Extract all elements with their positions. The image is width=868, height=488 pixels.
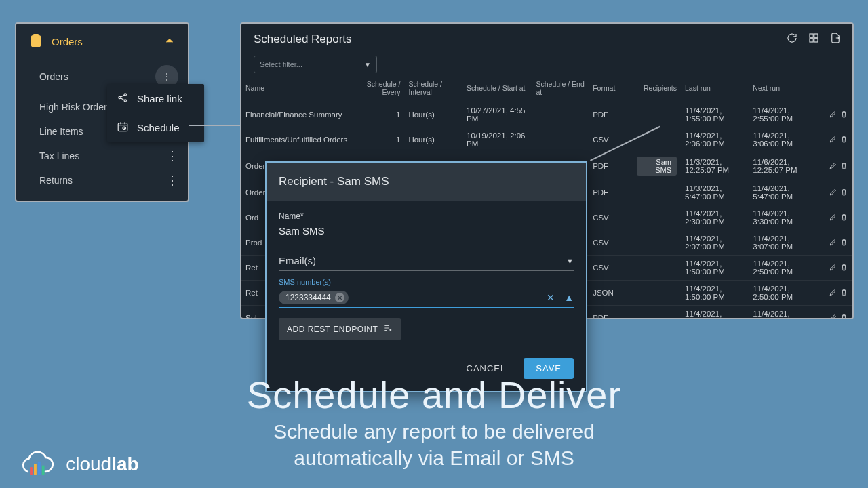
delete-icon[interactable] (840, 112, 848, 120)
cell-every: 1 (362, 127, 405, 152)
sms-input[interactable]: 1223334444 ✕ ✕ ▲ (279, 288, 574, 308)
cell-last: 11/3/2021, 5:47:00 PM (681, 180, 749, 205)
sidebar-item-label: Line Items (39, 126, 83, 137)
cell-last: 11/4/2021, 2:06:00 PM (681, 127, 749, 152)
table-header-row: Name Schedule / Every Schedule / Interva… (241, 77, 852, 102)
clipboard-icon (28, 33, 43, 50)
cell-next: 11/4/2021, 2:50:00 PM (749, 256, 816, 281)
add-list-icon (383, 323, 393, 335)
cell-format: CSV (589, 205, 633, 230)
sms-chip[interactable]: 1223334444 ✕ (279, 291, 349, 304)
cell-name: Financial/Finance Summary (241, 102, 362, 127)
cell-next: 11/4/2021, 3:35:00 PM (749, 306, 816, 320)
th-last[interactable]: Last run (681, 77, 749, 102)
th-end[interactable]: Schedule / End at (532, 77, 589, 102)
th-every[interactable]: Schedule / Every (362, 77, 405, 102)
recipient-dialog: Recipient - Sam SMS Name Sam SMS Email(s… (265, 161, 587, 392)
th-interval[interactable]: Schedule / Interval (404, 77, 462, 102)
sidebar-header[interactable]: Orders (16, 24, 188, 58)
edit-icon[interactable] (829, 290, 837, 298)
svg-rect-1 (33, 35, 38, 37)
svg-rect-11 (814, 39, 818, 42)
table-row[interactable]: Financial/Finance Summary1Hour(s)10/27/2… (241, 102, 852, 127)
delete-icon[interactable] (840, 315, 848, 320)
edit-icon[interactable] (829, 112, 837, 120)
rest-btn-label: ADD REST ENDPOINT (287, 325, 378, 334)
cell-end (532, 102, 589, 127)
more-menu-icon[interactable]: ⋮ (166, 177, 178, 184)
export-icon[interactable] (829, 32, 842, 46)
recipient-pill[interactable]: Sam SMS (637, 157, 677, 176)
edit-icon[interactable] (829, 163, 837, 171)
connector-line (189, 125, 243, 126)
delete-icon[interactable] (840, 163, 848, 171)
delete-icon[interactable] (840, 240, 848, 248)
chevron-up-icon (163, 35, 176, 49)
cell-recipients (633, 205, 681, 230)
sms-chip-value: 1223334444 (285, 293, 331, 302)
th-format[interactable]: Format (589, 77, 633, 102)
edit-icon[interactable] (829, 137, 837, 145)
table-row[interactable]: Fulfillments/Unfulfilled Orders1Hour(s)1… (241, 127, 852, 152)
brand-name: cloudlab (66, 453, 138, 475)
cell-format: PDF (589, 152, 633, 180)
cell-name: Fulfillments/Unfulfilled Orders (241, 127, 362, 152)
caption-line1: Schedule any report to be delivered (273, 420, 595, 443)
svg-point-4 (124, 94, 126, 96)
cell-last: 11/4/2021, 1:50:00 PM (681, 256, 749, 281)
svg-point-5 (124, 100, 126, 102)
delete-icon[interactable] (840, 265, 848, 273)
cell-next: 11/6/2021, 12:25:07 PM (749, 152, 816, 180)
cell-start: 10/19/2021, 2:06 PM (462, 127, 532, 152)
delete-icon[interactable] (840, 190, 848, 198)
sidebar-item-label: Returns (39, 175, 73, 186)
ctx-share-link[interactable]: Share link (107, 84, 204, 113)
sidebar-item-tax-lines[interactable]: Tax Lines ⋮ (19, 144, 188, 168)
edit-icon[interactable] (829, 190, 837, 198)
delete-icon[interactable] (840, 215, 848, 223)
svg-rect-13 (34, 464, 37, 475)
svg-rect-9 (814, 34, 818, 37)
cell-format: CSV (589, 127, 633, 152)
filter-select[interactable]: Select filter... ▼ (254, 56, 377, 73)
collapse-icon[interactable]: ▲ (564, 292, 574, 303)
caption-line2: automatically via Email or SMS (294, 447, 574, 469)
cell-recipients (633, 180, 681, 205)
add-rest-endpoint-button[interactable]: ADD REST ENDPOINT (279, 318, 401, 340)
sidebar-title: Orders (52, 36, 83, 47)
cloud-icon (16, 450, 62, 479)
edit-icon[interactable] (829, 265, 837, 273)
delete-icon[interactable] (840, 137, 848, 145)
th-name[interactable]: Name (241, 77, 362, 102)
edit-icon[interactable] (829, 215, 837, 223)
cell-start: 10/27/2021, 4:55 PM (462, 102, 532, 127)
svg-rect-12 (30, 467, 33, 475)
delete-icon[interactable] (840, 290, 848, 298)
name-input[interactable]: Sam SMS (279, 221, 574, 241)
refresh-icon[interactable] (786, 32, 798, 46)
grid-icon[interactable] (808, 32, 820, 46)
edit-icon[interactable] (829, 240, 837, 248)
filter-placeholder: Select filter... (260, 60, 302, 68)
cell-recipients (633, 306, 681, 320)
sidebar-item-label: Tax Lines (39, 150, 79, 161)
ctx-schedule[interactable]: Schedule (107, 113, 204, 142)
th-recipients[interactable]: Recipients (633, 77, 681, 102)
cell-format: PDF (589, 102, 633, 127)
cell-last: 11/3/2021, 12:25:07 PM (681, 152, 749, 180)
cell-recipients (633, 256, 681, 281)
th-next[interactable]: Next run (749, 77, 816, 102)
more-menu-icon[interactable]: ⋮ (166, 152, 178, 159)
remove-chip-icon[interactable]: ✕ (335, 293, 344, 302)
cell-recipients (633, 127, 681, 152)
cell-next: 11/4/2021, 3:30:00 PM (749, 205, 816, 230)
edit-icon[interactable] (829, 315, 837, 320)
email-select[interactable]: Email(s) ▼ (279, 251, 574, 271)
cell-next: 11/4/2021, 3:07:00 PM (749, 230, 816, 256)
th-start[interactable]: Schedule / Start at (462, 77, 532, 102)
clear-icon[interactable]: ✕ (547, 292, 555, 303)
cell-recipients (633, 102, 681, 127)
sidebar-item-returns[interactable]: Returns ⋮ (19, 168, 188, 192)
cell-every: 1 (362, 102, 405, 127)
cell-format: PDF (589, 306, 633, 320)
